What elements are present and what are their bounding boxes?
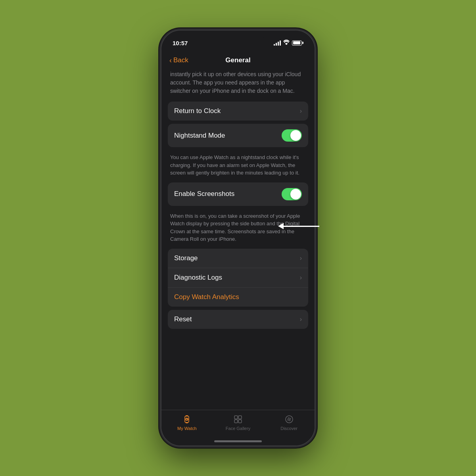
phone-body: 10:57 (161, 30, 315, 446)
toggle-knob (290, 130, 301, 141)
notch (212, 31, 264, 42)
reset-label: Reset (174, 315, 192, 323)
reset-chevron-icon: › (300, 316, 302, 323)
home-indicator (214, 440, 262, 442)
tab-my-watch[interactable]: My Watch (171, 414, 203, 431)
nightstand-mode-item[interactable]: Nightstand Mode (168, 124, 308, 147)
phone-device: 10:57 (161, 30, 315, 446)
svg-rect-9 (238, 420, 242, 423)
arrow-head (278, 223, 284, 229)
enable-screenshots-item[interactable]: Enable Screenshots (168, 182, 308, 206)
annotation-arrow (278, 223, 319, 229)
my-watch-tab-label: My Watch (177, 426, 197, 431)
storage-chevron-icon: › (300, 255, 302, 262)
nav-bar: ‹ Back General (161, 50, 315, 70)
nightstand-mode-label: Nightstand Mode (174, 132, 225, 140)
copy-watch-analytics-label: Copy Watch Analytics (174, 293, 239, 301)
enable-screenshots-label: Enable Screenshots (174, 190, 234, 198)
storage-diagnostics-section: Storage › Diagnostic Logs › Copy Watch A… (168, 249, 308, 307)
tab-discover[interactable]: Discover (273, 414, 305, 431)
nightstand-mode-toggle[interactable] (282, 129, 302, 142)
discover-tab-label: Discover (280, 426, 298, 431)
diagnostic-logs-item[interactable]: Diagnostic Logs › (168, 268, 308, 288)
return-to-clock-section: Return to Clock › (168, 102, 308, 121)
signal-icon (274, 40, 281, 46)
svg-rect-8 (234, 420, 238, 423)
face-gallery-icon (233, 414, 243, 424)
return-to-clock-label: Return to Clock (174, 107, 221, 115)
svg-point-12 (288, 419, 290, 420)
storage-item[interactable]: Storage › (168, 249, 308, 268)
status-time: 10:57 (173, 40, 188, 46)
content-area[interactable]: instantly pick it up on other devices us… (161, 70, 315, 410)
status-icons (274, 40, 303, 46)
back-chevron-icon: ‹ (169, 56, 172, 65)
battery-icon (292, 40, 303, 46)
wifi-icon (283, 40, 290, 46)
nightstand-mode-section: Nightstand Mode (168, 124, 308, 147)
face-gallery-tab-label: Face Gallery (226, 426, 250, 431)
svg-rect-6 (234, 416, 238, 419)
back-label: Back (173, 56, 188, 64)
diagnostic-logs-chevron-icon: › (300, 274, 302, 281)
my-watch-icon (182, 414, 192, 424)
enable-screenshots-toggle[interactable] (282, 188, 302, 200)
svg-rect-1 (186, 415, 188, 416)
tab-face-gallery[interactable]: Face Gallery (222, 414, 254, 431)
return-to-clock-chevron-icon: › (300, 107, 302, 115)
back-button[interactable]: ‹ Back (169, 56, 188, 65)
reset-item[interactable]: Reset › (168, 310, 308, 329)
svg-rect-2 (186, 422, 188, 423)
enable-screenshots-section: Enable Screenshots (168, 182, 308, 206)
nightstand-description: You can use Apple Watch as a nightstand … (168, 150, 308, 182)
enable-screenshots-toggle-knob (290, 189, 301, 200)
diagnostic-logs-label: Diagnostic Logs (174, 274, 222, 282)
return-to-clock-item[interactable]: Return to Clock › (168, 102, 308, 121)
storage-label: Storage (174, 254, 198, 262)
copy-watch-analytics-item[interactable]: Copy Watch Analytics (168, 288, 308, 307)
page-title: General (225, 56, 250, 64)
top-description-text: instantly pick it up on other devices us… (168, 70, 308, 102)
arrow-line (284, 226, 319, 227)
reset-section: Reset › (168, 310, 308, 329)
phone-screen: 10:57 (161, 31, 315, 445)
discover-icon (284, 414, 294, 424)
svg-rect-7 (238, 416, 242, 419)
